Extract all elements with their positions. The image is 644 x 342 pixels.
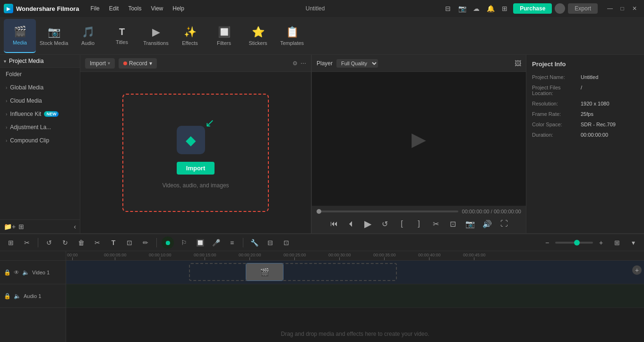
timeline-settings-button[interactable]: ▾ bbox=[627, 237, 639, 249]
playback-controls: ⏮ ⏴ ▶ ↺ [ ] ✂ ⊡ 📷 🔊 ⛶ bbox=[317, 217, 521, 230]
video-clip[interactable]: 🎬 bbox=[246, 263, 283, 281]
mic-button[interactable]: 🎤 bbox=[210, 237, 222, 249]
trim-button[interactable]: ✂ bbox=[429, 217, 443, 230]
timeline-select-tool[interactable]: ⊞ bbox=[5, 237, 17, 249]
progress-track[interactable] bbox=[317, 210, 458, 212]
camera-icon[interactable]: 📷 bbox=[456, 3, 468, 14]
toolbar-media[interactable]: 🎬 Media bbox=[4, 19, 36, 53]
menu-view[interactable]: View bbox=[147, 4, 167, 13]
audio-icon: 🎵 bbox=[82, 26, 94, 38]
import-button[interactable]: Import ▾ bbox=[85, 58, 115, 69]
toolbar-effects[interactable]: ✨ Effects bbox=[174, 19, 206, 53]
go-to-start-button[interactable]: ⏮ bbox=[327, 217, 341, 230]
toolbar-stock-media[interactable]: 📷 Stock Media bbox=[38, 19, 70, 53]
quality-select[interactable]: Full Quality bbox=[336, 59, 378, 68]
crop-button[interactable]: ⊡ bbox=[123, 237, 136, 249]
sidebar-item-influence-kit[interactable]: › Influence Kit NEW bbox=[0, 107, 80, 121]
avatar[interactable] bbox=[555, 3, 565, 14]
track-header-video1: 🔒 👁 🔈 Video 1 bbox=[0, 261, 66, 284]
audio-lock-icon[interactable]: 🔒 bbox=[4, 293, 11, 299]
text-button[interactable]: T bbox=[107, 237, 120, 249]
picture-in-picture-button[interactable]: ⊡ bbox=[447, 217, 460, 230]
zoom-out-button[interactable]: − bbox=[541, 237, 553, 249]
audio-eye-icon[interactable]: 🔈 bbox=[14, 293, 21, 299]
collapse-icon[interactable]: ‹ bbox=[74, 223, 76, 230]
zoom-thumb[interactable] bbox=[574, 240, 580, 246]
volume-button[interactable]: 🔊 bbox=[481, 217, 494, 230]
motion-track-button[interactable]: ⊡ bbox=[280, 237, 292, 249]
ruler-mark-2: 00:00:10:00 bbox=[149, 253, 172, 260]
menu-tools[interactable]: Tools bbox=[124, 4, 145, 13]
timeline-layout-button[interactable]: ⊞ bbox=[611, 237, 623, 249]
video-eye-icon[interactable]: 👁 bbox=[14, 269, 19, 276]
timeline-trim-tool[interactable]: ✂ bbox=[21, 237, 33, 249]
snapshot-button[interactable]: 📷 bbox=[464, 217, 477, 230]
mark-out-button[interactable]: ] bbox=[412, 217, 426, 230]
mark-in-button[interactable]: [ bbox=[395, 217, 409, 230]
grid-icon[interactable]: ⊞ bbox=[499, 3, 510, 14]
track-headers: 🔒 👁 🔈 Video 1 🔒 🔈 Audio 1 bbox=[0, 251, 66, 342]
sidebar-item-folder[interactable]: Folder bbox=[0, 68, 80, 81]
menu-edit[interactable]: Edit bbox=[105, 4, 123, 13]
loop-button[interactable]: ↺ bbox=[378, 217, 392, 230]
add-track-button[interactable]: + bbox=[632, 265, 642, 275]
fullscreen-button[interactable]: ⛶ bbox=[498, 217, 511, 230]
new-item-icon[interactable]: ⊞ bbox=[18, 223, 24, 230]
draw-button[interactable]: ✏ bbox=[139, 237, 152, 249]
captions-button[interactable]: ≡ bbox=[226, 237, 238, 249]
stock-media-icon: 📷 bbox=[48, 26, 60, 38]
toolbar-stickers[interactable]: ⭐ Stickers bbox=[242, 19, 274, 53]
filter-icon[interactable]: ⚙ bbox=[292, 60, 298, 67]
video-lock-icon[interactable]: 🔒 bbox=[4, 269, 11, 276]
app: ▶ Wondershare Filmora File Edit Tools Vi… bbox=[0, 0, 644, 342]
undo-button[interactable]: ↺ bbox=[43, 237, 55, 249]
step-back-button[interactable]: ⏴ bbox=[344, 217, 358, 230]
add-folder-icon[interactable]: 📁+ bbox=[4, 223, 16, 230]
win-maximize-button[interactable]: □ bbox=[617, 3, 628, 14]
video-track-lane[interactable]: 🎬 + bbox=[66, 261, 644, 284]
zoom-slider[interactable] bbox=[555, 242, 593, 244]
toolbar-audio[interactable]: 🎵 Audio bbox=[72, 19, 104, 53]
play-button[interactable]: ▶ bbox=[361, 217, 375, 230]
win-minimize-button[interactable]: — bbox=[604, 3, 616, 14]
delete-button[interactable]: 🗑 bbox=[75, 237, 87, 249]
markers-button[interactable]: ⚐ bbox=[178, 237, 190, 249]
minimize-window-icon[interactable]: ⊟ bbox=[442, 3, 454, 14]
purchase-button[interactable]: Purchase bbox=[513, 3, 552, 14]
more-options-icon[interactable]: ⋯ bbox=[301, 60, 306, 67]
import-action-button[interactable]: Import bbox=[177, 162, 215, 175]
scene-detect-button[interactable]: 🔲 bbox=[194, 237, 206, 249]
bell-icon[interactable]: 🔔 bbox=[485, 3, 496, 14]
ai-tools-button[interactable]: 🔧 bbox=[248, 237, 260, 249]
cloud-media-chevron-icon: › bbox=[6, 98, 7, 104]
toolbar-titles[interactable]: T Titles bbox=[106, 19, 138, 53]
window-controls: — □ ✕ bbox=[604, 3, 640, 14]
video-drop-zone[interactable] bbox=[189, 263, 397, 281]
framerate-value: 25fps bbox=[581, 111, 593, 117]
menu-file[interactable]: File bbox=[86, 4, 103, 13]
zoom-in-button[interactable]: + bbox=[595, 237, 607, 249]
export-button[interactable]: Export bbox=[568, 3, 598, 14]
menu-help[interactable]: Help bbox=[169, 4, 188, 13]
sidebar-item-cloud-media[interactable]: › Cloud Media bbox=[0, 94, 80, 107]
win-close-button[interactable]: ✕ bbox=[629, 3, 640, 14]
import-drop-zone[interactable]: ◆ ↙ Import Videos, audio, and images bbox=[122, 94, 269, 212]
sidebar-item-adjustment[interactable]: › Adjustment La... bbox=[0, 121, 80, 134]
colorspace-value: SDR - Rec.709 bbox=[581, 122, 616, 127]
toolbar-templates[interactable]: 📋 Templates bbox=[276, 19, 308, 53]
redo-button[interactable]: ↻ bbox=[59, 237, 71, 249]
audio-track-lane[interactable] bbox=[66, 284, 644, 308]
record-audio-button[interactable]: ⏺ bbox=[162, 237, 174, 249]
toolbar-transitions[interactable]: ▶ Transitions bbox=[140, 19, 172, 53]
cloud-icon[interactable]: ☁ bbox=[471, 3, 482, 14]
sidebar-item-global-media[interactable]: › Global Media bbox=[0, 81, 80, 94]
subtitle-button[interactable]: ⊟ bbox=[264, 237, 276, 249]
cut-button[interactable]: ✂ bbox=[91, 237, 103, 249]
player-picture-icon[interactable]: 🖼 bbox=[515, 60, 521, 67]
sidebar-item-compound-clip[interactable]: › Compound Clip bbox=[0, 134, 80, 147]
record-button[interactable]: Record ▾ bbox=[119, 58, 157, 69]
toolbar-filters[interactable]: 🔲 Filters bbox=[208, 19, 240, 53]
adjustment-chevron-icon: › bbox=[6, 125, 7, 130]
progress-thumb[interactable] bbox=[317, 209, 321, 214]
video-speaker-icon[interactable]: 🔈 bbox=[22, 269, 29, 276]
